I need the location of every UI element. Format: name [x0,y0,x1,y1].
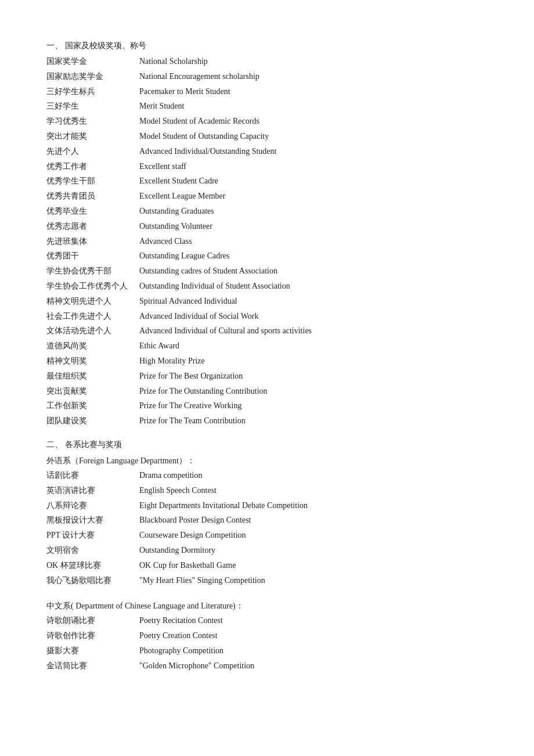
entry-chinese: 优秀共青团员 [46,189,139,203]
list-item: 最佳组织奖Prize for The Best Organization [46,369,488,383]
section-1: 一、 国家及校级奖项、称号 国家奖学金National Scholarship国… [46,41,488,428]
entry-english: Outstanding Graduates [139,204,214,218]
entry-chinese: 优秀学生干部 [46,174,139,188]
entry-english: "My Heart Flies" Singing Competition [139,574,265,588]
entry-chinese: 社会工作先进个人 [46,309,139,323]
list-item: 文明宿舍Outstanding Dormitory [46,543,488,557]
entry-chinese: 优秀工作者 [46,160,139,174]
entry-chinese: 八系辩论赛 [46,499,139,513]
entry-chinese: 话剧比赛 [46,469,139,483]
entry-english: Excellent Student Cadre [139,174,218,188]
list-item: 优秀学生干部Excellent Student Cadre [46,174,488,188]
list-item: 优秀团干Outstanding League Cadres [46,249,488,263]
entry-english: National Encouragement scholarship [139,70,259,84]
section-1-entries: 国家奖学金National Scholarship国家励志奖学金National… [46,55,488,428]
entry-english: High Morality Prize [139,354,205,368]
department-header: 外语系（Foreign Language Department）： [46,456,488,466]
entry-english: Advanced Individual/Outstanding Student [139,145,276,159]
entry-english: Spiritual Advanced Individual [139,294,237,308]
entry-chinese: OK 杯篮球比赛 [46,559,139,573]
list-item: 三好学生Merit Student [46,99,488,113]
department-block: 中文系( Department of Chinese Language and … [46,601,488,672]
list-item: 三好学生标兵Pacemaker to Merit Student [46,85,488,99]
entry-english: Prize for The Creative Working [139,399,241,413]
entry-english: Pacemaker to Merit Student [139,85,230,99]
entry-chinese: 学习优秀生 [46,114,139,128]
page-container: 一、 国家及校级奖项、称号 国家奖学金National Scholarship国… [46,41,488,672]
list-item: 诗歌朗诵比赛Poetry Recitation Contest [46,614,488,628]
list-item: 摄影大赛Photography Competition [46,644,488,658]
entry-chinese: 优秀志愿者 [46,219,139,233]
entry-chinese: 英语演讲比赛 [46,484,139,498]
list-item: 精神文明奖High Morality Prize [46,354,488,368]
list-item: 我心飞扬歌唱比赛"My Heart Flies" Singing Competi… [46,574,488,588]
list-item: 英语演讲比赛English Speech Contest [46,484,488,498]
list-item: 学生协会工作优秀个人Outstanding Individual of Stud… [46,279,488,293]
entry-chinese: 金话筒比赛 [46,659,139,673]
list-item: 优秀工作者Excellent staff [46,160,488,174]
list-item: 学习优秀生Model Student of Academic Records [46,114,488,128]
entry-english: Outstanding League Cadres [139,249,230,263]
department-header: 中文系( Department of Chinese Language and … [46,601,488,611]
entry-chinese: 文明宿舍 [46,543,139,557]
list-item: 优秀毕业生Outstanding Graduates [46,204,488,218]
entry-chinese: 优秀团干 [46,249,139,263]
entry-chinese: 黑板报设计大赛 [46,513,139,527]
entry-english: Courseware Design Competition [139,528,246,542]
entry-chinese: 道德风尚奖 [46,339,139,353]
entry-chinese: 先进班集体 [46,235,139,249]
entry-chinese: 最佳组织奖 [46,369,139,383]
entry-english: Eight Departments Invitational Debate Co… [139,499,308,513]
entry-chinese: 突出贡献奖 [46,384,139,398]
entry-chinese: 团队建设奖 [46,414,139,428]
list-item: 诗歌创作比赛Poetry Creation Contest [46,629,488,643]
entry-chinese: 诗歌朗诵比赛 [46,614,139,628]
list-item: 优秀志愿者Outstanding Volunteer [46,219,488,233]
section-2: 二、 各系比赛与奖项 外语系（Foreign Language Departme… [46,440,488,673]
entry-english: Advanced Individual of Social Work [139,309,258,323]
section-2-header: 二、 各系比赛与奖项 [46,440,488,450]
entry-english: Outstanding Individual of Student Associ… [139,279,290,293]
entry-english: Excellent League Member [139,189,225,203]
entry-english: Outstanding cadres of Student Associatio… [139,264,277,278]
list-item: 文体活动先进个人Advanced Individual of Cultural … [46,324,488,338]
entry-english: Outstanding Dormitory [139,543,215,557]
entry-english: Merit Student [139,99,184,113]
list-item: 金话筒比赛"Golden Microphone" Competition [46,659,488,673]
entry-chinese: 三好学生标兵 [46,85,139,99]
list-item: 突出才能奖Model Student of Outstanding Capaci… [46,129,488,143]
entry-chinese: 国家励志奖学金 [46,70,139,84]
list-item: 国家奖学金National Scholarship [46,55,488,69]
entry-chinese: 学生协会优秀干部 [46,264,139,278]
entry-chinese: PPT 设计大赛 [46,528,139,542]
entry-english: Blackboard Poster Design Contest [139,513,251,527]
list-item: 突出贡献奖Prize for The Outstanding Contribut… [46,384,488,398]
entry-english: Poetry Creation Contest [139,629,218,643]
list-item: 工作创新奖Prize for The Creative Working [46,399,488,413]
entry-chinese: 国家奖学金 [46,55,139,69]
list-item: 道德风尚奖Ethic Award [46,339,488,353]
entry-english: Model Student of Outstanding Capacity [139,129,269,143]
entry-chinese: 先进个人 [46,145,139,159]
department-block: 外语系（Foreign Language Department）：话剧比赛Dra… [46,456,488,587]
entry-english: Ethic Award [139,339,179,353]
entry-english: OK Cup for Basketball Game [139,559,236,573]
entry-chinese: 我心飞扬歌唱比赛 [46,574,139,588]
list-item: OK 杯篮球比赛OK Cup for Basketball Game [46,559,488,573]
list-item: 先进班集体Advanced Class [46,235,488,249]
section-2-departments: 外语系（Foreign Language Department）：话剧比赛Dra… [46,456,488,673]
entry-english: Prize for The Best Organization [139,369,243,383]
entry-english: Prize for The Team Contribution [139,414,246,428]
entry-english: Advanced Individual of Cultural and spor… [139,324,312,338]
list-item: 学生协会优秀干部Outstanding cadres of Student As… [46,264,488,278]
entry-english: Photography Competition [139,644,223,658]
list-item: 团队建设奖Prize for The Team Contribution [46,414,488,428]
section-1-header: 一、 国家及校级奖项、称号 [46,41,488,51]
entry-english: Excellent staff [139,160,186,174]
entry-english: Advanced Class [139,235,192,249]
entry-english: Outstanding Volunteer [139,219,212,233]
list-item: 精神文明先进个人Spiritual Advanced Individual [46,294,488,308]
entry-english: Model Student of Academic Records [139,114,259,128]
list-item: 社会工作先进个人Advanced Individual of Social Wo… [46,309,488,323]
list-item: 国家励志奖学金National Encouragement scholarshi… [46,70,488,84]
